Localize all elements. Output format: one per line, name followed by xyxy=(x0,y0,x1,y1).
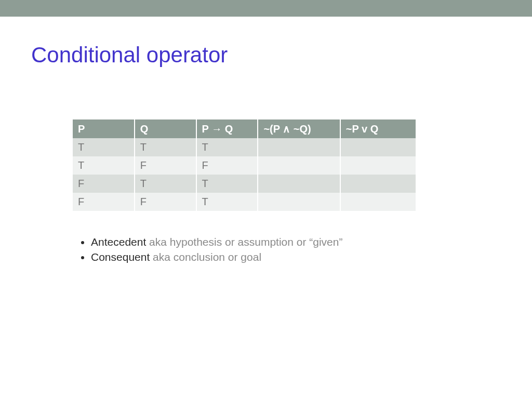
slide-title: Conditional operator xyxy=(31,43,501,68)
cell xyxy=(340,193,416,211)
truth-table: P Q P → Q ~(P ∧ ~Q) ~P v Q T T T T F xyxy=(73,119,416,211)
table-row: T F F xyxy=(73,156,416,175)
cell: T xyxy=(73,156,135,175)
definition-list: Antecedent aka hypothesis or assumption … xyxy=(81,234,501,265)
cell: T xyxy=(196,138,258,156)
cell: F xyxy=(135,156,196,175)
aka-consequent: aka conclusion or goal xyxy=(150,251,261,263)
cell: T xyxy=(196,193,258,211)
table-row: F F T xyxy=(73,193,416,211)
cell: F xyxy=(73,193,135,211)
cell xyxy=(258,193,340,211)
cell: T xyxy=(196,175,258,193)
cell: F xyxy=(73,175,135,193)
cell: T xyxy=(135,138,196,156)
top-bar xyxy=(0,0,532,17)
table-row: F T T xyxy=(73,175,416,193)
term-antecedent: Antecedent xyxy=(91,236,146,248)
slide-content: Conditional operator P Q P → Q ~(P ∧ ~Q)… xyxy=(0,17,532,265)
list-item: Consequent aka conclusion or goal xyxy=(91,249,501,264)
cell xyxy=(258,138,340,156)
col-header-not-p-and-not-q: ~(P ∧ ~Q) xyxy=(258,119,340,138)
cell xyxy=(340,175,416,193)
cell xyxy=(340,138,416,156)
term-consequent: Consequent xyxy=(91,251,150,263)
col-header-p: P xyxy=(73,119,135,138)
list-item: Antecedent aka hypothesis or assumption … xyxy=(91,234,501,249)
cell xyxy=(340,156,416,175)
col-header-p-imp-q: P → Q xyxy=(196,119,258,138)
table-row: T T T xyxy=(73,138,416,156)
cell xyxy=(258,156,340,175)
col-header-q: Q xyxy=(135,119,196,138)
cell xyxy=(258,175,340,193)
cell: F xyxy=(196,156,258,175)
cell: T xyxy=(73,138,135,156)
cell: T xyxy=(135,175,196,193)
aka-antecedent: aka hypothesis or assumption or “given” xyxy=(146,236,342,248)
cell: F xyxy=(135,193,196,211)
truth-table-wrap: P Q P → Q ~(P ∧ ~Q) ~P v Q T T T T F xyxy=(73,119,416,211)
col-header-not-p-or-q: ~P v Q xyxy=(340,119,416,138)
table-header-row: P Q P → Q ~(P ∧ ~Q) ~P v Q xyxy=(73,119,416,138)
